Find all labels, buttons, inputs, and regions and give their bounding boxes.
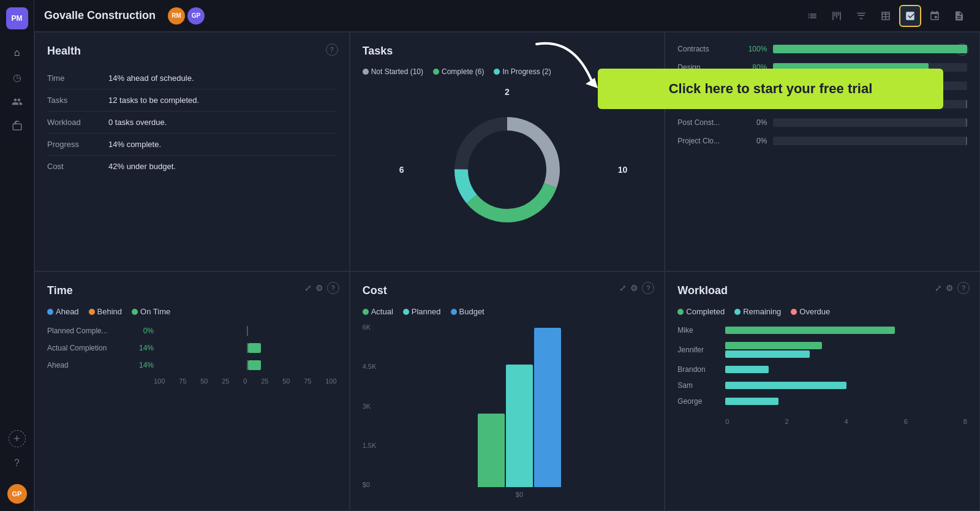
legend-on-time: On Time <box>132 307 170 316</box>
cost-x-label: $0 <box>363 491 652 498</box>
legend-label-ahead: Ahead <box>56 307 79 316</box>
task-tick-postconstruction <box>966 118 967 127</box>
legend-label-completed: Completed <box>686 307 725 316</box>
task-track-projectclose <box>773 137 967 145</box>
wl-row-brandon: Brandon <box>677 365 967 374</box>
legend-label-behind: Behind <box>97 307 122 316</box>
user-avatar[interactable]: GP <box>7 484 27 504</box>
time-row-ahead: Ahead 14% <box>47 360 337 370</box>
wl-bar-jennifer-remaining <box>725 350 810 358</box>
wl-bar-brandon-remaining <box>725 366 769 373</box>
sidebar-item-briefcase[interactable] <box>6 115 28 137</box>
wl-bars-brandon <box>725 366 967 373</box>
legend-planned: Planned <box>403 307 441 316</box>
sidebar-add-button[interactable]: + <box>9 430 26 447</box>
task-fill-contracts <box>773 45 967 53</box>
tasks-donut-panel: Tasks Not Started (10) Complete (6) In P… <box>350 32 665 271</box>
donut-label-left: 6 <box>399 165 404 175</box>
wl-row-sam: Sam <box>677 381 967 390</box>
vbar-group <box>387 328 652 488</box>
wl-name-jennifer: Jennifer <box>677 346 720 354</box>
health-label-cost: Cost <box>47 162 108 171</box>
wl-bars-george <box>725 398 967 405</box>
sidebar-item-people[interactable] <box>6 91 28 113</box>
legend-dot-complete <box>433 69 439 75</box>
toolbar-gantt-icon[interactable] <box>826 5 848 27</box>
wl-bar-george-remaining <box>725 398 778 405</box>
workload-settings-icon[interactable]: ⚙ <box>946 283 954 293</box>
toolbar-calendar-icon[interactable] <box>924 5 946 27</box>
workload-expand-icon[interactable]: ⤢ <box>935 283 942 293</box>
task-label-projectclose: Project Clo... <box>677 137 739 145</box>
legend-label-complete: Complete (6) <box>442 67 484 76</box>
legend-remaining: Remaining <box>734 307 781 316</box>
wl-name-mike: Mike <box>677 326 720 335</box>
avatar-rm[interactable]: RM <box>168 7 185 25</box>
cost-legend: Actual Planned Budget <box>363 307 652 316</box>
workload-help-icon[interactable]: ? <box>957 282 970 294</box>
tasks-title: Tasks <box>363 45 652 58</box>
legend-dot-behind <box>89 309 95 315</box>
vbar-actual <box>478 414 505 487</box>
task-bar-projectclose: Project Clo... 0% <box>677 137 967 145</box>
workload-panel: Workload ⤢ ⚙ ? Completed Remaining <box>665 271 980 511</box>
health-panel: Health ? Time 14% ahead of schedule. Tas… <box>34 32 350 271</box>
health-help-icon[interactable]: ? <box>326 44 338 56</box>
wl-row-jennifer: Jennifer <box>677 342 967 358</box>
task-bar-postconstruction: Post Const... 0% <box>677 118 967 127</box>
wl-name-george: George <box>677 397 720 406</box>
legend-label-in-progress: In Progress (2) <box>502 67 551 76</box>
health-row-tasks: Tasks 12 tasks to be completed. <box>47 89 337 112</box>
donut-label-top: 2 <box>505 87 510 97</box>
legend-dot-ahead <box>47 309 53 315</box>
cost-expand-icon[interactable]: ⤢ <box>619 283 627 293</box>
wl-bars-jennifer <box>725 342 967 358</box>
task-label-contracts: Contracts <box>677 45 739 53</box>
cost-panel: Cost ⤢ ⚙ ? Actual Planned <box>350 271 665 511</box>
health-row-workload: Workload 0 tasks overdue. <box>47 112 337 134</box>
health-row-cost: Cost 42% under budget. <box>47 156 337 177</box>
donut-label-right: 10 <box>618 165 628 175</box>
sidebar-item-home[interactable]: ⌂ <box>6 42 28 64</box>
legend-dot-budget <box>451 309 457 315</box>
toolbar-table-icon[interactable] <box>875 5 897 27</box>
project-title: Govalle Construction <box>44 9 156 22</box>
legend-complete: Complete (6) <box>433 67 484 76</box>
wl-bar-jennifer-completed <box>725 342 822 349</box>
avatar-gp[interactable]: GP <box>187 7 205 25</box>
legend-completed: Completed <box>677 307 725 316</box>
task-bar-contracts: Contracts 100% <box>677 45 967 53</box>
app-logo[interactable]: PM <box>6 7 28 29</box>
time-title: Time <box>47 284 337 297</box>
legend-dot-not-started <box>363 69 369 75</box>
toolbar-document-icon[interactable] <box>948 5 970 27</box>
workload-legend: Completed Remaining Overdue <box>677 307 967 316</box>
legend-dot-completed <box>677 309 684 315</box>
vbar-planned <box>506 365 533 487</box>
time-help-icon[interactable]: ? <box>327 282 339 294</box>
legend-actual: Actual <box>363 307 393 316</box>
time-settings-icon[interactable]: ⚙ <box>315 283 323 293</box>
time-label-actual: Actual Completion <box>47 344 127 352</box>
cost-help-icon[interactable]: ? <box>642 282 654 294</box>
legend-label-planned: Planned <box>412 307 441 316</box>
health-label-time: Time <box>47 74 108 83</box>
free-trial-banner[interactable]: Click here to start your free trial <box>598 69 943 109</box>
toolbar-icons <box>801 5 970 27</box>
time-track-planned <box>159 326 337 336</box>
cost-settings-icon[interactable]: ⚙ <box>630 283 638 293</box>
toolbar-list-icon[interactable] <box>801 5 823 27</box>
legend-label-remaining: Remaining <box>743 307 781 316</box>
legend-ahead: Ahead <box>47 307 79 316</box>
legend-label-overdue: Overdue <box>799 307 830 316</box>
toolbar-filter-icon[interactable] <box>850 5 872 27</box>
wl-row-mike: Mike <box>677 326 967 335</box>
legend-label-on-time: On Time <box>140 307 170 316</box>
cost-panel-actions: ⤢ ⚙ ? <box>619 282 654 294</box>
legend-label-not-started: Not Started (10) <box>371 67 423 76</box>
toolbar-dashboard-icon[interactable] <box>899 5 921 27</box>
project-avatars: RM GP <box>168 7 205 25</box>
sidebar-item-timeline[interactable]: ◷ <box>6 66 28 88</box>
sidebar-help[interactable]: ? <box>6 452 28 474</box>
time-expand-icon[interactable]: ⤢ <box>304 283 312 293</box>
